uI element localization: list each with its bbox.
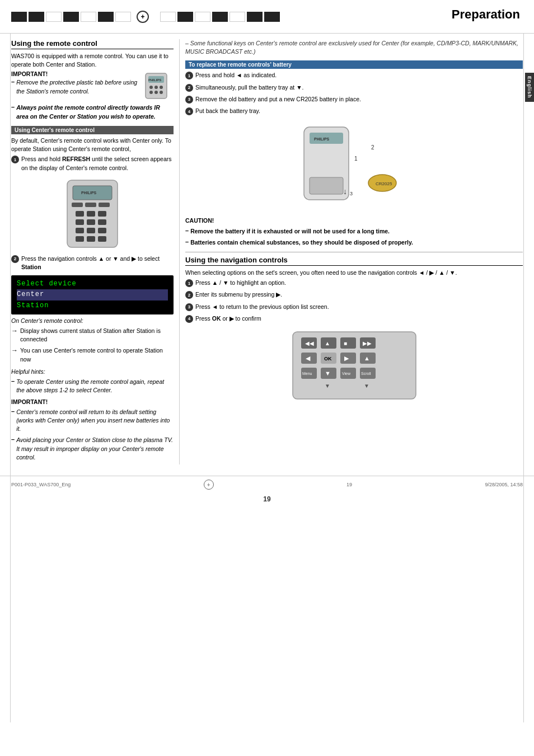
svg-point-3: [154, 86, 158, 89]
svg-text:View: View: [342, 372, 351, 375]
caution-dash-1: –: [185, 227, 189, 234]
batt-step-1-text: Press and hold ◄ as indicated.: [195, 71, 277, 79]
svg-rect-32: [310, 177, 343, 194]
right-column: – Some functional keys on Center's remot…: [179, 39, 523, 464]
svg-rect-23: [98, 228, 106, 233]
nav-step-2-text: Enter its submenu by pressing ▶.: [195, 290, 282, 299]
bar-block-4: [63, 12, 79, 22]
caution-item-1: – Remove the battery if it is exhausted …: [185, 227, 523, 237]
svg-text:◀◀: ◀◀: [305, 340, 314, 346]
section-divider: [185, 252, 523, 252]
left-step-2: 2 Press the navigation controls ▲ or ▼ a…: [11, 255, 174, 273]
svg-text:▲: ▲: [325, 340, 330, 346]
arrow-item-1: → Display shows current status of Statio…: [11, 327, 174, 345]
imp-dash2-text: Always point the remote control directly…: [16, 104, 174, 120]
bottom-bar: P001-P033_WAS700_Eng + 19 9/28/2005, 14:…: [0, 476, 534, 493]
footer-page: 19: [346, 482, 352, 487]
bar-block-5: [81, 12, 96, 22]
helpful-item-1: – To operate Center using the remote con…: [11, 378, 174, 396]
svg-point-4: [160, 86, 163, 89]
bar-block-r2: [177, 12, 193, 22]
italic-intro-text: – Some functional keys on Center's remot…: [185, 39, 523, 56]
step-2-num: 2: [11, 255, 19, 263]
batt-step-4: 4 Put back the battery tray.: [185, 107, 523, 117]
caution-1-text: Remove the battery if it is exhausted or…: [190, 227, 390, 236]
bar-block-1: [11, 12, 27, 22]
step-1-text: Press and hold REFRESH until the select …: [21, 155, 174, 172]
svg-rect-20: [98, 219, 106, 225]
svg-rect-12: [72, 203, 83, 207]
main-content: Using the remote control WAS700 is equip…: [0, 34, 534, 470]
centers-remote-label: Using Center's remote control: [15, 127, 95, 133]
caution-dash-2: –: [185, 238, 189, 245]
step-2-text: Press the navigation controls ▲ or ▼ and…: [21, 255, 174, 271]
nav-step-1-num: 1: [185, 279, 193, 287]
imp-dash1-text: Remove the protective plastic tab before…: [16, 78, 140, 95]
top-bar-left: [11, 12, 131, 22]
dash-icon-2: –: [11, 104, 15, 110]
batt-step-4-text: Put back the battery tray.: [195, 107, 260, 115]
nav-step-4-num: 4: [185, 315, 193, 323]
nav-step-3-num: 3: [185, 303, 193, 311]
svg-text:↓: ↓: [343, 187, 347, 196]
svg-text:1: 1: [354, 156, 358, 162]
svg-rect-14: [99, 203, 110, 207]
bar-block-r1: [160, 12, 176, 22]
svg-rect-24: [76, 236, 84, 242]
bar-block-r6: [247, 12, 263, 22]
imp-dash1: – Remove the protective plastic tab befo…: [11, 78, 140, 97]
imp2-dash2-text: Avoid placing your Center or Station clo…: [16, 436, 174, 462]
svg-text:■: ■: [344, 340, 347, 346]
imp2-dash1: – Center's remote control will return to…: [11, 408, 174, 435]
caution-2-text: Batteries contain chemical substances, s…: [190, 238, 413, 247]
svg-text:PHILIPS: PHILIPS: [148, 78, 161, 82]
svg-text:OK: OK: [324, 356, 332, 361]
nav-intro-text: When selecting options on the set's scre…: [185, 269, 523, 277]
svg-text:▲: ▲: [364, 355, 370, 361]
battery-section-bar: To replace the remote controls' battery: [185, 60, 523, 69]
batt-step-3-num: 3: [185, 96, 193, 104]
batt-step-2-num: 2: [185, 84, 193, 92]
batt-step-3-text: Remove the old battery and put a new CR2…: [195, 95, 361, 104]
helpful-dash-1: –: [11, 378, 15, 384]
top-bar-right: [160, 12, 280, 22]
svg-rect-16: [87, 211, 95, 217]
arrow-2-text: You can use Center's remote control to o…: [20, 346, 174, 363]
bottom-circle: +: [204, 480, 214, 490]
imp2-dash2: – Avoid placing your Center or Station c…: [11, 436, 174, 463]
nav-step-1-text: Press ▲ / ▼ to highlight an option.: [195, 279, 286, 287]
batt-step-2-text: Simultaneously, pull the battery tray at…: [195, 83, 303, 92]
arrow-1-text: Display shows current status of Station …: [20, 327, 174, 344]
caution-1-bold: Remove the battery if it is exhausted or…: [190, 228, 390, 234]
caution-2-bold: Batteries contain chemical substances, s…: [190, 239, 413, 246]
important-label-2: IMPORTANT!: [11, 398, 174, 406]
svg-rect-13: [85, 203, 96, 207]
bar-block-6: [98, 12, 114, 22]
svg-rect-25: [87, 236, 95, 242]
nav-step-1: 1 Press ▲ / ▼ to highlight an option.: [185, 279, 523, 289]
svg-point-5: [149, 91, 153, 94]
svg-text:◀: ◀: [306, 355, 311, 361]
left-column: Using the remote control WAS700 is equip…: [11, 39, 174, 464]
left-step-1: 1 Press and hold REFRESH until the selec…: [11, 155, 174, 173]
batt-step-2: 2 Simultaneously, pull the battery tray …: [185, 83, 523, 93]
bar-block-r7: [264, 12, 280, 22]
nav-step-4: 4 Press OK or ▶ to confirm: [185, 314, 523, 325]
dash-icon-1: –: [11, 78, 15, 85]
caution-label: CAUTION!: [185, 217, 523, 225]
svg-text:3: 3: [350, 191, 353, 196]
step-1-num: 1: [11, 156, 19, 163]
svg-rect-18: [76, 219, 84, 225]
svg-point-6: [154, 91, 158, 94]
intro-text: WAS700 is equipped with a remote control…: [11, 52, 174, 69]
batt-step-1: 1 Press and hold ◄ as indicated.: [185, 71, 523, 81]
select-device-station: Station: [17, 302, 49, 309]
svg-text:Scroll: Scroll: [361, 372, 371, 375]
svg-text:Menu: Menu: [302, 372, 312, 375]
svg-rect-19: [87, 219, 95, 225]
svg-text:CR2025: CR2025: [376, 181, 392, 186]
nav-controls-title: Using the navigation controls: [185, 256, 523, 266]
svg-rect-22: [87, 228, 95, 233]
on-centers-label: On Center's remote control:: [11, 317, 174, 325]
bar-block-3: [46, 12, 62, 22]
